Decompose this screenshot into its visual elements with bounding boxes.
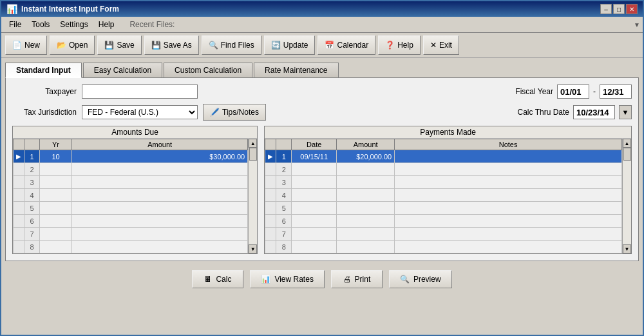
payments-row-2[interactable]: 2 (265, 163, 622, 176)
amounts-row-2[interactable]: 2 (14, 163, 248, 176)
exit-icon: ✕ (430, 41, 437, 50)
update-label: Update (283, 41, 308, 50)
calc-thru-label: Calc Thru Date (518, 108, 569, 117)
tab-standard-input[interactable]: Standard Input (5, 63, 82, 78)
tips-notes-button[interactable]: 🖊️ Tips/Notes (203, 104, 266, 121)
amounts-yr-2[interactable] (40, 163, 72, 176)
recent-files-arrow[interactable]: ▼ (634, 21, 640, 28)
amounts-num-header (24, 139, 40, 150)
title-bar-controls: – □ ✕ (600, 4, 638, 14)
payments-scroll-down[interactable]: ▼ (623, 244, 631, 253)
tab-rate-maintenance[interactable]: Rate Maintenance (254, 63, 338, 78)
payments-made-title: Payments Made (265, 126, 631, 139)
payments-amount-1[interactable]: $20,000.00 (337, 150, 395, 163)
save-label: Save (117, 41, 134, 50)
payments-notes-header: Notes (395, 139, 622, 150)
amounts-row-1[interactable]: ▶ 1 10 $30,000.00 (14, 150, 248, 163)
view-rates-icon: 📊 (261, 275, 270, 284)
tab-easy-calculation[interactable]: Easy Calculation (83, 63, 162, 78)
close-button[interactable]: ✕ (626, 4, 638, 14)
amounts-yr-1[interactable]: 10 (40, 150, 72, 163)
tax-jurisdiction-label: Tax Jurisdiction (12, 108, 77, 117)
taxpayer-row: Taxpayer Fiscal Year - (12, 84, 632, 99)
amounts-scroll-track[interactable] (249, 148, 257, 244)
payments-arrow-header (265, 139, 276, 150)
payments-row-8[interactable]: 8 (265, 241, 622, 253)
taxpayer-input[interactable] (82, 84, 198, 99)
amounts-amount-2[interactable] (72, 163, 248, 176)
save-icon: 💾 (104, 41, 114, 50)
payments-date-1[interactable]: 09/15/11 (292, 150, 337, 163)
content-wrapper: Standard Input Easy Calculation Custom C… (1, 58, 643, 335)
amounts-row-5[interactable]: 5 (14, 202, 248, 215)
recent-files-label: Recent Files: (129, 20, 175, 29)
calendar-icon: 📅 (325, 41, 334, 50)
amounts-row-3[interactable]: 3 (14, 176, 248, 189)
amounts-scroll-thumb[interactable] (249, 148, 257, 161)
save-button[interactable]: 💾 Save (97, 35, 141, 55)
calc-thru-date-input[interactable] (573, 105, 615, 119)
calendar-button[interactable]: 📅 Calendar (317, 35, 375, 55)
payments-row-1[interactable]: ▶ 1 09/15/11 $20,000.00 (265, 150, 622, 163)
amounts-row-7[interactable]: 7 (14, 228, 248, 241)
print-icon: 🖨 (343, 275, 351, 284)
find-files-icon: 🔍 (209, 41, 218, 50)
payments-scroll-track[interactable] (623, 148, 631, 244)
main-content: Standard Input Easy Calculation Custom C… (1, 58, 643, 265)
amounts-row-4[interactable]: 4 (14, 189, 248, 202)
print-label: Print (355, 275, 371, 284)
amounts-scrollbar[interactable]: ▲ ▼ (248, 139, 257, 253)
save-as-icon: 💾 (151, 41, 161, 50)
preview-label: Preview (413, 275, 441, 284)
payments-row-4[interactable]: 4 (265, 189, 622, 202)
menu-tools[interactable]: Tools (26, 18, 55, 31)
update-button[interactable]: 🔄 Update (264, 35, 316, 55)
minimize-button[interactable]: – (600, 4, 612, 14)
preview-button[interactable]: 🔍 Preview (389, 270, 452, 288)
payments-row-7[interactable]: 7 (265, 228, 622, 241)
tab-custom-calculation[interactable]: Custom Calculation (164, 63, 252, 78)
calc-button[interactable]: 🖩 Calc (192, 270, 243, 288)
payments-row-5[interactable]: 5 (265, 202, 622, 215)
amounts-scroll-up[interactable]: ▲ (249, 139, 257, 148)
exit-button[interactable]: ✕ Exit (423, 35, 459, 55)
form-panel: Taxpayer Fiscal Year - Tax Jurisdiction … (5, 77, 639, 261)
tax-jurisdiction-select[interactable]: FED - Federal (U.S.) State Local (82, 105, 198, 119)
find-files-button[interactable]: 🔍 Find Files (202, 35, 261, 55)
amounts-row-8[interactable]: 8 (14, 241, 248, 253)
payments-notes-1[interactable] (395, 150, 622, 163)
app-icon: 📊 (6, 4, 17, 14)
help-button[interactable]: ❓ Help (378, 35, 421, 55)
new-button[interactable]: 📄 New (5, 35, 47, 55)
calc-thru-calendar-button[interactable]: ▼ (619, 105, 632, 119)
amounts-row-6[interactable]: 6 (14, 215, 248, 228)
payments-made-table-wrapper: Date Amount Notes ▶ 1 09/15/ (265, 139, 631, 253)
open-label: Open (69, 41, 88, 50)
open-button[interactable]: 📂 Open (50, 35, 95, 55)
save-as-button[interactable]: 💾 Save As (144, 35, 199, 55)
payments-made-table: Date Amount Notes ▶ 1 09/15/ (265, 139, 622, 253)
payments-row-3[interactable]: 3 (265, 176, 622, 189)
menu-help[interactable]: Help (93, 18, 120, 31)
help-icon: ❓ (385, 41, 395, 50)
update-icon: 🔄 (271, 41, 281, 50)
fiscal-year-start-input[interactable] (557, 84, 589, 99)
payments-row-6[interactable]: 6 (265, 215, 622, 228)
toolbar: 📄 New 📂 Open 💾 Save 💾 Save As 🔍 Find Fil… (1, 33, 643, 58)
view-rates-button[interactable]: 📊 View Rates (250, 270, 324, 288)
maximize-button[interactable]: □ (613, 4, 625, 14)
amounts-arrow-1: ▶ (14, 150, 24, 163)
title-bar: 📊 Instant Interest Input Form – □ ✕ (1, 1, 643, 17)
fiscal-year-end-input[interactable] (600, 84, 632, 99)
help-label: Help (397, 41, 413, 50)
menu-settings[interactable]: Settings (55, 18, 93, 31)
preview-icon: 🔍 (400, 275, 410, 284)
amounts-scroll-down[interactable]: ▼ (249, 244, 257, 253)
menu-file[interactable]: File (4, 18, 26, 31)
payments-scroll-thumb[interactable] (623, 148, 631, 161)
amounts-amount-1[interactable]: $30,000.00 (72, 150, 248, 163)
payments-scrollbar[interactable]: ▲ ▼ (622, 139, 631, 253)
main-window: 📊 Instant Interest Input Form – □ ✕ File… (0, 0, 644, 336)
payments-scroll-up[interactable]: ▲ (623, 139, 631, 148)
print-button[interactable]: 🖨 Print (331, 270, 383, 288)
